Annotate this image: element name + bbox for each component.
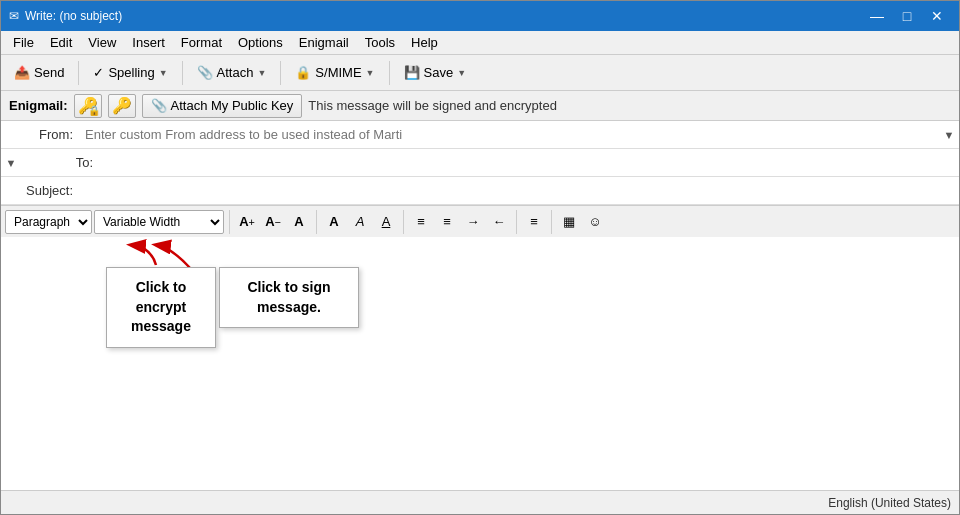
attach-key-icon: 📎 (151, 98, 167, 113)
spelling-button[interactable]: ✓ Spelling ▼ (84, 59, 176, 87)
format-separator-4 (516, 210, 517, 234)
underline-btn[interactable]: A (374, 210, 398, 234)
app-icon: ✉ (9, 9, 19, 23)
main-window: ✉ Write: (no subject) — □ ✕ File Edit Vi… (0, 0, 960, 515)
content-area[interactable]: Click to encrypt message Click to sign m… (1, 237, 959, 490)
subject-input[interactable] (81, 178, 959, 204)
format-separator-2 (316, 210, 317, 234)
toolbar-separator-2 (182, 61, 183, 85)
to-label: To: (21, 155, 101, 170)
main-toolbar: 📤 Send ✓ Spelling ▼ 📎 Attach ▼ 🔒 S/MIME … (1, 55, 959, 91)
attach-dropdown-arrow: ▼ (257, 68, 266, 78)
text-size-reset-btn[interactable]: A (287, 210, 311, 234)
menu-file[interactable]: File (5, 32, 42, 54)
title-bar: ✉ Write: (no subject) — □ ✕ (1, 1, 959, 31)
text-size-smaller-btn[interactable]: A− (261, 210, 285, 234)
format-separator-1 (229, 210, 230, 234)
menu-tools[interactable]: Tools (357, 32, 403, 54)
send-icon: 📤 (14, 65, 30, 80)
status-bar: English (United States) (1, 490, 959, 514)
emoji-btn[interactable]: ☺ (583, 210, 607, 234)
minimize-button[interactable]: — (863, 5, 891, 27)
close-button[interactable]: ✕ (923, 5, 951, 27)
window-title: Write: (no subject) (25, 9, 122, 23)
enigmail-status: This message will be signed and encrypte… (308, 98, 557, 113)
menu-view[interactable]: View (80, 32, 124, 54)
enigmail-label: Enigmail: (9, 98, 68, 113)
format-separator-3 (403, 210, 404, 234)
to-input[interactable] (101, 150, 959, 176)
save-icon: 💾 (404, 65, 420, 80)
subject-label: Subject: (1, 183, 81, 198)
insert-table-btn[interactable]: ▦ (557, 210, 581, 234)
save-dropdown-arrow: ▼ (457, 68, 466, 78)
check-icon: ✓ (93, 65, 104, 80)
toolbar-separator-4 (389, 61, 390, 85)
subject-row: Subject: (1, 177, 959, 205)
send-button[interactable]: 📤 Send (5, 59, 73, 87)
from-dropdown-arrow[interactable]: ▼ (939, 129, 959, 141)
italic-btn[interactable]: A (348, 210, 372, 234)
from-input[interactable] (81, 122, 939, 148)
from-row: From: ▼ (1, 121, 959, 149)
menu-options[interactable]: Options (230, 32, 291, 54)
menu-format[interactable]: Format (173, 32, 230, 54)
sign-tooltip: Click to sign message. (219, 267, 359, 328)
maximize-button[interactable]: □ (893, 5, 921, 27)
paragraph-style-select[interactable]: Paragraph (5, 210, 92, 234)
spelling-dropdown-arrow: ▼ (159, 68, 168, 78)
form-area: From: ▼ ▼ To: Subject: (1, 121, 959, 205)
smime-dropdown-arrow: ▼ (366, 68, 375, 78)
indent-more-btn[interactable]: → (461, 210, 485, 234)
attach-public-key-button[interactable]: 📎 Attach My Public Key (142, 94, 303, 118)
save-button[interactable]: 💾 Save ▼ (395, 59, 476, 87)
menu-help[interactable]: Help (403, 32, 446, 54)
enigmail-bar: Enigmail: 🔑🔒 🔑 📎 Attach My Public Key Th… (1, 91, 959, 121)
language-status: English (United States) (828, 496, 951, 510)
to-row: ▼ To: (1, 149, 959, 177)
menu-edit[interactable]: Edit (42, 32, 80, 54)
format-toolbar: Paragraph Variable Width A+ A− A A A A ≡… (1, 205, 959, 237)
lock-icon: 🔒 (295, 65, 311, 80)
sign-button[interactable]: 🔑 (108, 94, 136, 118)
list-unordered-btn[interactable]: ≡ (409, 210, 433, 234)
smime-button[interactable]: 🔒 S/MIME ▼ (286, 59, 383, 87)
format-separator-5 (551, 210, 552, 234)
title-bar-controls: — □ ✕ (863, 5, 951, 27)
paperclip-icon: 📎 (197, 65, 213, 80)
attach-button[interactable]: 📎 Attach ▼ (188, 59, 276, 87)
menu-bar: File Edit View Insert Format Options Eni… (1, 31, 959, 55)
encrypt-tooltip: Click to encrypt message (106, 267, 216, 348)
from-label: From: (1, 127, 81, 142)
menu-enigmail[interactable]: Enigmail (291, 32, 357, 54)
menu-insert[interactable]: Insert (124, 32, 173, 54)
encrypt-button[interactable]: 🔑🔒 (74, 94, 102, 118)
list-ordered-btn[interactable]: ≡ (435, 210, 459, 234)
title-bar-title: ✉ Write: (no subject) (9, 9, 122, 23)
to-expand-arrow[interactable]: ▼ (1, 157, 21, 169)
toolbar-separator-3 (280, 61, 281, 85)
toolbar-separator-1 (78, 61, 79, 85)
align-btn[interactable]: ≡ (522, 210, 546, 234)
indent-less-btn[interactable]: ← (487, 210, 511, 234)
font-width-select[interactable]: Variable Width (94, 210, 224, 234)
text-size-larger-btn[interactable]: A+ (235, 210, 259, 234)
bold-btn[interactable]: A (322, 210, 346, 234)
